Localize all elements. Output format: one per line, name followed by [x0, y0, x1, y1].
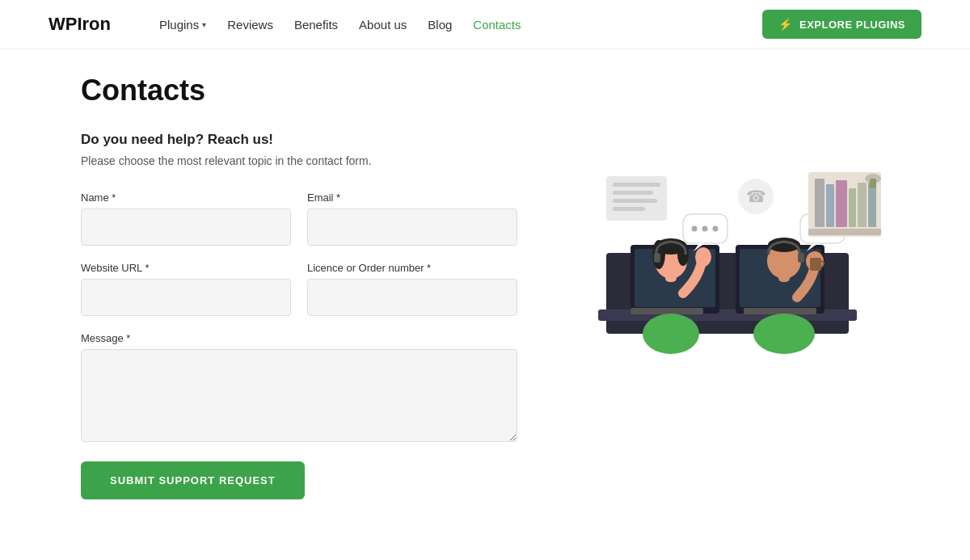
website-group: Website URL *	[81, 262, 291, 316]
form-subtext: Please choose the most relevant topic in…	[81, 154, 517, 167]
nav-blog[interactable]: Blog	[420, 13, 460, 36]
svg-rect-43	[858, 183, 867, 227]
svg-rect-39	[815, 179, 824, 227]
svg-rect-26	[810, 258, 821, 271]
contact-form-section: Do you need help? Reach us! Please choos…	[81, 132, 517, 499]
chevron-down-icon: ▾	[202, 20, 206, 29]
main-section: Do you need help? Reach us! Please choos…	[81, 132, 889, 499]
svg-rect-38	[808, 229, 881, 235]
form-heading: Do you need help? Reach us!	[81, 132, 517, 148]
svg-rect-40	[826, 184, 834, 227]
svg-rect-51	[613, 191, 653, 195]
site-logo[interactable]: WPIron	[48, 14, 111, 35]
plug-icon: ⚡	[778, 18, 793, 31]
website-licence-row: Website URL * Licence or Order number *	[81, 262, 517, 316]
email-input[interactable]	[307, 208, 517, 246]
email-label: Email *	[307, 192, 517, 204]
svg-rect-42	[849, 188, 856, 227]
nav-benefits[interactable]: Benefits	[286, 13, 346, 36]
svg-point-30	[702, 226, 708, 232]
message-label: Message *	[81, 332, 517, 344]
submit-support-request-button[interactable]: SUBMIT SUPPORT REQUEST	[81, 461, 305, 499]
svg-point-29	[692, 226, 698, 232]
licence-input[interactable]	[307, 279, 517, 316]
explore-plugins-button[interactable]: ⚡ EXPLORE PLUGINS	[762, 10, 922, 39]
licence-label: Licence or Order number *	[307, 262, 517, 274]
website-input[interactable]	[81, 279, 291, 316]
svg-rect-41	[836, 180, 847, 227]
message-group: Message *	[81, 332, 517, 442]
website-label: Website URL *	[81, 262, 291, 274]
message-textarea[interactable]	[81, 349, 517, 442]
name-email-row: Name * Email *	[81, 192, 517, 246]
svg-rect-53	[613, 207, 645, 211]
name-input[interactable]	[81, 208, 291, 246]
main-nav: Plugins ▾ Reviews Benefits About us Blog…	[151, 13, 738, 36]
nav-plugins[interactable]: Plugins ▾	[151, 13, 214, 36]
page-content: Contacts Do you need help? Reach us! Ple…	[32, 49, 938, 548]
svg-rect-18	[654, 253, 660, 263]
licence-group: Licence or Order number *	[307, 262, 517, 316]
svg-point-20	[753, 314, 815, 354]
svg-rect-10	[630, 308, 703, 314]
svg-rect-11	[744, 308, 816, 314]
svg-point-12	[643, 314, 699, 354]
email-group: Email *	[307, 192, 517, 246]
svg-point-31	[713, 226, 719, 232]
illustration-section: ☎	[550, 132, 889, 358]
svg-rect-52	[613, 199, 657, 203]
nav-about[interactable]: About us	[351, 13, 415, 36]
site-header: WPIron Plugins ▾ Reviews Benefits About …	[0, 0, 970, 49]
svg-rect-46	[870, 179, 876, 188]
nav-contacts[interactable]: Contacts	[465, 13, 529, 36]
svg-point-19	[695, 247, 711, 267]
svg-rect-24	[798, 253, 804, 263]
support-illustration: ☎	[558, 148, 881, 358]
svg-rect-50	[613, 183, 660, 187]
name-group: Name *	[81, 192, 291, 246]
page-title: Contacts	[81, 74, 889, 107]
name-label: Name *	[81, 192, 291, 204]
svg-text:☎: ☎	[746, 187, 766, 205]
nav-reviews[interactable]: Reviews	[219, 13, 281, 36]
